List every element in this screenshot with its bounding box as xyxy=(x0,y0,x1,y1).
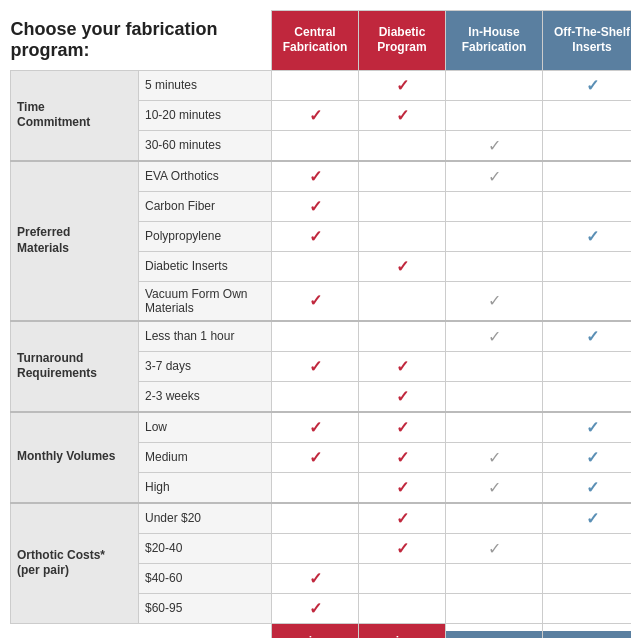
check-cell xyxy=(359,593,446,623)
sub-label: 2-3 weeks xyxy=(139,381,272,412)
check-cell: ✓ xyxy=(446,472,543,503)
sub-label: Carbon Fiber xyxy=(139,191,272,221)
category-label-0: TimeCommitment xyxy=(11,70,139,161)
view-solution-button-2[interactable]: view solution xyxy=(446,631,542,638)
check-cell xyxy=(272,381,359,412)
view-solution-cell-0: viewsolution xyxy=(272,623,359,638)
category-label-3: Monthly Volumes xyxy=(11,412,139,503)
check-cell xyxy=(359,161,446,192)
view-solution-cell-3: view solution xyxy=(543,623,631,638)
check-cell: ✓ xyxy=(272,281,359,321)
col-header-inhouse: In-HouseFabrication xyxy=(446,11,543,71)
sub-label: Less than 1 hour xyxy=(139,321,272,352)
check-cell: ✓ xyxy=(446,442,543,472)
check-cell xyxy=(543,533,631,563)
check-cell xyxy=(446,593,543,623)
col-header-offshelf: Off-The-ShelfInserts xyxy=(543,11,631,71)
check-cell: ✓ xyxy=(359,442,446,472)
sub-label: 3-7 days xyxy=(139,351,272,381)
check-cell xyxy=(543,100,631,130)
sub-label: 10-20 minutes xyxy=(139,100,272,130)
check-cell xyxy=(446,351,543,381)
check-cell: ✓ xyxy=(359,412,446,443)
check-cell: ✓ xyxy=(543,412,631,443)
check-cell xyxy=(543,563,631,593)
sub-label: $20-40 xyxy=(139,533,272,563)
col-header-diabetic: DiabeticProgram xyxy=(359,11,446,71)
check-cell xyxy=(446,251,543,281)
check-cell: ✓ xyxy=(543,442,631,472)
check-cell: ✓ xyxy=(543,321,631,352)
check-cell: ✓ xyxy=(272,412,359,443)
check-cell xyxy=(543,351,631,381)
sub-label: $60-95 xyxy=(139,593,272,623)
check-cell: ✓ xyxy=(359,472,446,503)
check-cell xyxy=(446,221,543,251)
check-cell xyxy=(272,533,359,563)
check-cell: ✓ xyxy=(272,563,359,593)
view-solution-cell-2: view solution xyxy=(446,623,543,638)
check-cell: ✓ xyxy=(446,321,543,352)
check-cell: ✓ xyxy=(446,533,543,563)
sub-label: $40-60 xyxy=(139,563,272,593)
check-cell xyxy=(359,221,446,251)
check-cell xyxy=(446,503,543,534)
view-solution-button-0[interactable]: viewsolution xyxy=(272,624,358,638)
view-solution-cell-1: viewsolution xyxy=(359,623,446,638)
sub-label: EVA Orthotics xyxy=(139,161,272,192)
category-label-2: TurnaroundRequirements xyxy=(11,321,139,412)
sub-label: Diabetic Inserts xyxy=(139,251,272,281)
check-cell: ✓ xyxy=(543,472,631,503)
check-cell: ✓ xyxy=(359,251,446,281)
col-header-central: CentralFabrication xyxy=(272,11,359,71)
sub-label: Low xyxy=(139,412,272,443)
check-cell: ✓ xyxy=(446,161,543,192)
view-solution-button-1[interactable]: viewsolution xyxy=(359,624,445,638)
check-cell: ✓ xyxy=(272,100,359,130)
check-cell: ✓ xyxy=(446,130,543,161)
sub-label: Vacuum Form OwnMaterials xyxy=(139,281,272,321)
button-row: viewsolutionviewsolutionview solutionvie… xyxy=(11,623,632,638)
check-cell xyxy=(543,281,631,321)
check-cell xyxy=(359,281,446,321)
check-cell: ✓ xyxy=(543,70,631,100)
sub-label: Under $20 xyxy=(139,503,272,534)
check-cell: ✓ xyxy=(359,100,446,130)
check-cell: ✓ xyxy=(272,442,359,472)
check-cell: ✓ xyxy=(272,351,359,381)
check-cell xyxy=(543,251,631,281)
check-cell: ✓ xyxy=(359,351,446,381)
check-cell: ✓ xyxy=(272,593,359,623)
category-label-4: Orthotic Costs*(per pair) xyxy=(11,503,139,624)
check-cell xyxy=(543,130,631,161)
view-solution-button-3[interactable]: view solution xyxy=(543,631,631,638)
button-row-spacer xyxy=(11,623,272,638)
sub-label: 30-60 minutes xyxy=(139,130,272,161)
check-cell xyxy=(446,100,543,130)
check-cell xyxy=(446,70,543,100)
check-cell xyxy=(359,563,446,593)
check-cell xyxy=(543,381,631,412)
check-cell xyxy=(272,472,359,503)
check-cell xyxy=(543,161,631,192)
check-cell: ✓ xyxy=(359,70,446,100)
check-cell: ✓ xyxy=(359,533,446,563)
check-cell xyxy=(446,563,543,593)
check-cell: ✓ xyxy=(272,191,359,221)
check-cell: ✓ xyxy=(359,381,446,412)
check-cell: ✓ xyxy=(543,503,631,534)
check-cell xyxy=(359,130,446,161)
sub-label: Medium xyxy=(139,442,272,472)
check-cell: ✓ xyxy=(446,281,543,321)
sub-label: Polypropylene xyxy=(139,221,272,251)
page-title: Choose your fabrication program: xyxy=(11,11,272,71)
check-cell xyxy=(543,593,631,623)
check-cell: ✓ xyxy=(272,221,359,251)
check-cell: ✓ xyxy=(543,221,631,251)
check-cell xyxy=(446,381,543,412)
sub-label: 5 minutes xyxy=(139,70,272,100)
sub-label: High xyxy=(139,472,272,503)
main-container: Choose your fabrication program: Central… xyxy=(0,0,631,638)
check-cell xyxy=(359,191,446,221)
check-cell xyxy=(272,321,359,352)
